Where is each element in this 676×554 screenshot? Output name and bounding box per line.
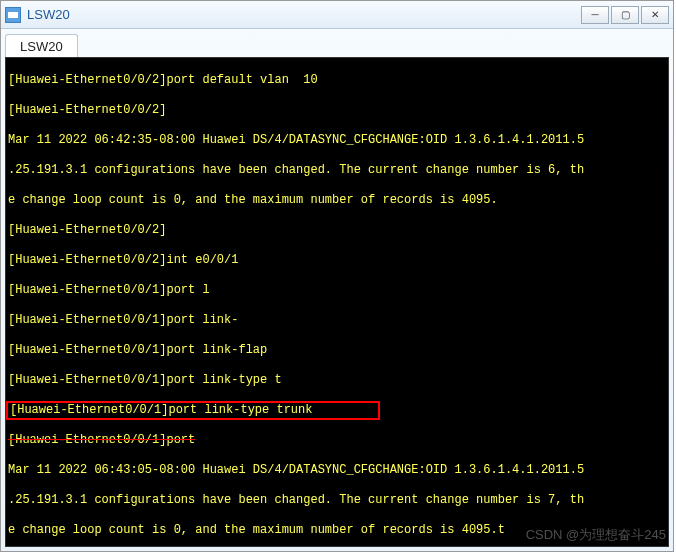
term-line: e change loop count is 0, and the maximu…: [6, 193, 668, 208]
term-line: Mar 11 2022 06:43:05-08:00 Huawei DS/4/D…: [6, 463, 668, 478]
term-line: [Huawei-Ethernet0/0/2]int e0/0/1: [6, 253, 668, 268]
close-button[interactable]: ✕: [641, 6, 669, 24]
term-line: [Huawei-Ethernet0/0/1]port link-type t: [6, 373, 668, 388]
minimize-button[interactable]: ─: [581, 6, 609, 24]
term-line: [Huawei-Ethernet0/0/1]port link-flap: [6, 343, 668, 358]
term-line: .25.191.3.1 configurations have been cha…: [6, 493, 668, 508]
term-line: Mar 11 2022 06:42:35-08:00 Huawei DS/4/D…: [6, 133, 668, 148]
term-line: .25.191.3.1 configurations have been cha…: [6, 163, 668, 178]
term-line: [Huawei-Ethernet0/0/1]port l: [6, 283, 668, 298]
tab-bar: LSW20: [1, 29, 673, 57]
app-window: LSW20 ─ ▢ ✕ LSW20 [Huawei-Ethernet0/0/2]…: [0, 0, 674, 552]
title-bar[interactable]: LSW20 ─ ▢ ✕: [1, 1, 673, 29]
tab-lsw20[interactable]: LSW20: [5, 34, 78, 57]
term-line: [Huawei-Ethernet0/0/1]port: [6, 433, 668, 448]
terminal-output[interactable]: [Huawei-Ethernet0/0/2]port default vlan …: [5, 57, 669, 547]
term-line: [Huawei-Ethernet0/0/2]port default vlan …: [6, 73, 668, 88]
app-icon: [5, 7, 21, 23]
term-line: [Huawei-Ethernet0/0/1]port link-type tru…: [6, 403, 668, 418]
window-title: LSW20: [27, 7, 575, 22]
cmd-port-link-type-trunk: [Huawei-Ethernet0/0/1]port link-type tru…: [10, 403, 312, 417]
maximize-button[interactable]: ▢: [611, 6, 639, 24]
term-line: [Huawei-Ethernet0/0/1]port link-: [6, 313, 668, 328]
term-line: [Huawei-Ethernet0/0/2]: [6, 223, 668, 238]
window-controls: ─ ▢ ✕: [581, 6, 669, 24]
watermark: CSDN @为理想奋斗245: [526, 526, 666, 544]
term-line: [Huawei-Ethernet0/0/2]: [6, 103, 668, 118]
